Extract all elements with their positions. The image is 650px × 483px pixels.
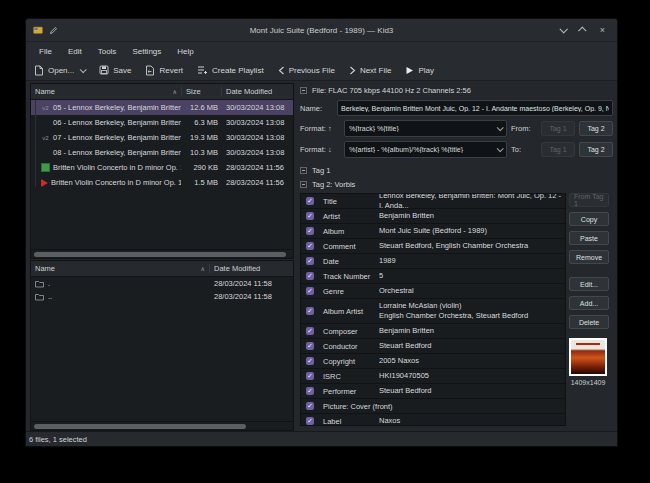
album-cover-thumbnail[interactable] bbox=[569, 338, 607, 376]
tag-checkbox[interactable]: ✓ bbox=[306, 307, 314, 315]
tag-row[interactable]: ✓ Genre Orchestral bbox=[301, 284, 565, 299]
tag-checkbox[interactable]: ✓ bbox=[306, 372, 314, 380]
tag-row[interactable]: ✓ Date 1989 bbox=[301, 254, 565, 269]
save-button[interactable]: Save bbox=[99, 65, 131, 75]
column-header-date[interactable]: Date Modified bbox=[209, 264, 293, 273]
tag-row[interactable]: ✓ Comment Steuart Bedford, English Chamb… bbox=[301, 239, 565, 254]
file-info: File: FLAC 705 kbps 44100 Hz 2 Channels … bbox=[312, 86, 471, 95]
tag-row[interactable]: ✓ Composer Benjamin Britten bbox=[301, 324, 565, 339]
tag-checkbox[interactable]: ✓ bbox=[306, 402, 314, 410]
tag-field-value[interactable]: Steuart Bedford, English Chamber Orchest… bbox=[379, 241, 565, 251]
file-row[interactable]: Britten Violin Concerto in D minor Op. 1… bbox=[31, 160, 293, 175]
file-row[interactable]: 07 - Lennox Berkeley, Benjamin Britten M… bbox=[31, 130, 293, 145]
tag-row[interactable]: ✓ Track Number 5 bbox=[301, 269, 565, 284]
collapse-toggle-icon[interactable] bbox=[300, 181, 307, 188]
window-controls: × bbox=[560, 26, 617, 35]
collapse-toggle-icon[interactable] bbox=[300, 87, 307, 94]
tag-field-value[interactable]: 1989 bbox=[379, 256, 565, 266]
menu-item[interactable]: Settings bbox=[125, 45, 168, 58]
tag1-from-filename-button[interactable]: Tag 1 bbox=[541, 142, 575, 157]
tag-row[interactable]: ✓ Artist Benjamin Britten bbox=[301, 209, 565, 224]
tag-checkbox[interactable]: ✓ bbox=[306, 287, 314, 295]
column-header-size[interactable]: Size bbox=[181, 87, 221, 96]
tag-row[interactable]: ✓ Performer Steuart Bedford bbox=[301, 384, 565, 399]
scrollbar-thumb[interactable] bbox=[34, 424, 246, 429]
menu-item[interactable]: Tools bbox=[91, 45, 124, 58]
filename-from-tag2-button[interactable]: Tag 2 bbox=[579, 121, 613, 136]
tag-field-value[interactable]: Steuart Bedford bbox=[379, 386, 565, 396]
tag-checkbox[interactable]: ✓ bbox=[306, 387, 314, 395]
from-tag1-button[interactable]: From Tag 1 bbox=[569, 193, 609, 207]
file-row[interactable]: 08 - Lennox Berkeley, Benjamin Britten M… bbox=[31, 145, 293, 160]
tag-checkbox[interactable]: ✓ bbox=[306, 197, 314, 205]
remove-button[interactable]: Remove bbox=[569, 250, 609, 264]
menu-item[interactable]: Help bbox=[170, 45, 200, 58]
tag-row[interactable]: ✓ Label Naxos bbox=[301, 414, 565, 426]
directory-row[interactable]: .. 28/03/2024 11:58 bbox=[31, 290, 293, 303]
next-file-button[interactable]: Next File bbox=[349, 66, 392, 75]
tag-field-value[interactable]: Orchestral bbox=[379, 286, 565, 296]
menu-item[interactable]: Edit bbox=[61, 45, 89, 58]
directory-row[interactable]: . 28/03/2024 11:58 bbox=[31, 277, 293, 290]
previous-file-button[interactable]: Previous File bbox=[278, 66, 335, 75]
menu-item[interactable]: File bbox=[32, 45, 59, 58]
filename-format-combo[interactable]: %{track} %{title} bbox=[344, 120, 507, 137]
tag-format-combo[interactable]: %{artist} - %{album}/%{track} %{title} bbox=[344, 141, 507, 158]
delete-button[interactable]: Delete bbox=[569, 315, 609, 329]
tag-checkbox[interactable]: ✓ bbox=[306, 342, 314, 350]
revert-button[interactable]: Revert bbox=[145, 65, 183, 76]
close-icon[interactable]: × bbox=[600, 26, 605, 35]
scrollbar-thumb[interactable] bbox=[34, 252, 286, 257]
open-button[interactable]: Open... bbox=[34, 65, 85, 76]
collapse-toggle-icon[interactable] bbox=[300, 167, 307, 174]
tag-field-value[interactable]: Benjamin Britten bbox=[379, 211, 565, 221]
file-row[interactable]: Britten Violin Concerto in D minor Op. 1… bbox=[31, 175, 293, 190]
tag-checkbox[interactable]: ✓ bbox=[306, 212, 314, 220]
tag-field-value[interactable]: Naxos bbox=[379, 416, 565, 426]
open-dropdown-icon[interactable] bbox=[80, 66, 87, 73]
add-button[interactable]: Add... bbox=[569, 296, 609, 310]
tag-checkbox[interactable]: ✓ bbox=[306, 242, 314, 250]
chevron-down-icon bbox=[497, 124, 504, 131]
column-header-name[interactable]: Name ∧ bbox=[31, 87, 181, 96]
tag-field-value[interactable]: Mont Juic Suite (Bedford - 1989) bbox=[379, 226, 565, 236]
play-button[interactable]: Play bbox=[405, 66, 434, 75]
tag-checkbox[interactable]: ✓ bbox=[306, 357, 314, 365]
tag-checkbox[interactable]: ✓ bbox=[306, 257, 314, 265]
tag-row[interactable]: ✓ Picture: Cover (front) bbox=[301, 399, 565, 414]
minimize-icon[interactable] bbox=[559, 25, 567, 33]
column-header-name[interactable]: Name ∧ bbox=[31, 264, 209, 273]
tag-row[interactable]: ✓ Title Lennox Berkeley, Benjamin Britte… bbox=[301, 194, 565, 209]
filename-from-tag1-button[interactable]: Tag 1 bbox=[541, 121, 575, 136]
file-row[interactable]: 05 - Lennox Berkeley, Benjamin Britten M… bbox=[31, 100, 293, 115]
tag1-section-header[interactable]: Tag 1 bbox=[300, 166, 613, 175]
tag-field-value[interactable]: Lorraine McAslan (violin) English Chambe… bbox=[379, 301, 565, 321]
tag2-section-header[interactable]: Tag 2: Vorbis bbox=[300, 180, 613, 189]
tag-row[interactable]: ✓ Album Mont Juic Suite (Bedford - 1989) bbox=[301, 224, 565, 239]
directory-list-hscrollbar[interactable] bbox=[31, 421, 293, 430]
tag-row[interactable]: ✓ ISRC HKI190470505 bbox=[301, 369, 565, 384]
file-list-hscrollbar[interactable] bbox=[30, 250, 294, 259]
tag-field-value[interactable]: 2005 Naxos bbox=[379, 356, 565, 366]
tag-field-value[interactable]: HKI190470505 bbox=[379, 371, 565, 381]
edit-button[interactable]: Edit... bbox=[569, 277, 609, 291]
maximize-icon[interactable] bbox=[578, 26, 586, 34]
sort-ascending-icon: ∧ bbox=[173, 88, 177, 95]
tag2-from-filename-button[interactable]: Tag 2 bbox=[579, 142, 613, 157]
tag-field-value[interactable]: Benjamin Britten bbox=[379, 326, 565, 336]
tag-checkbox[interactable]: ✓ bbox=[306, 417, 314, 425]
file-row[interactable]: 06 - Lennox Berkeley, Benjamin Britten M… bbox=[31, 115, 293, 130]
tag-field-value[interactable]: Steuart Bedford bbox=[379, 341, 565, 351]
create-playlist-button[interactable]: Create Playlist bbox=[197, 65, 264, 75]
column-header-date[interactable]: Date Modified bbox=[221, 87, 293, 96]
tag-checkbox[interactable]: ✓ bbox=[306, 227, 314, 235]
tag-checkbox[interactable]: ✓ bbox=[306, 327, 314, 335]
copy-button[interactable]: Copy bbox=[569, 212, 609, 226]
tag-row[interactable]: ✓ Conductor Steuart Bedford bbox=[301, 339, 565, 354]
tag-checkbox[interactable]: ✓ bbox=[306, 272, 314, 280]
tag-row[interactable]: ✓ Copyright 2005 Naxos bbox=[301, 354, 565, 369]
paste-button[interactable]: Paste bbox=[569, 231, 609, 245]
filename-input[interactable] bbox=[337, 100, 613, 116]
tag-field-value[interactable]: 5 bbox=[379, 271, 565, 281]
tag-row[interactable]: ✓ Album Artist Lorraine McAslan (violin)… bbox=[301, 299, 565, 324]
